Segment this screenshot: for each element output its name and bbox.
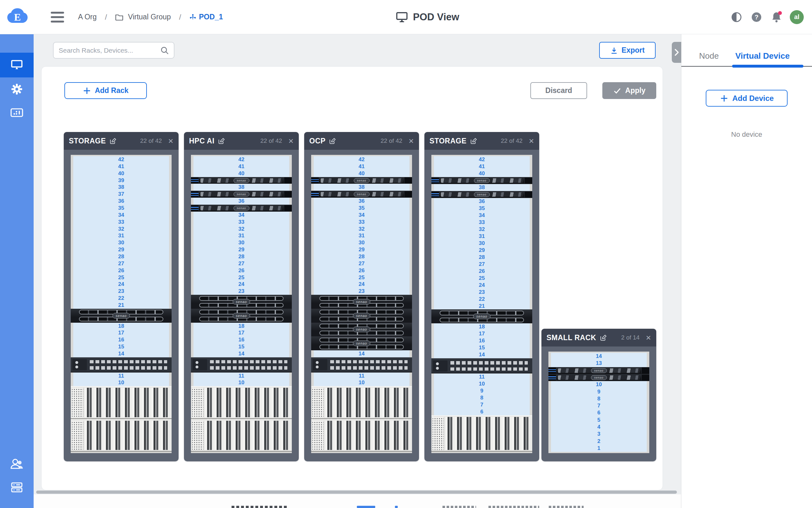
unit-slot-36[interactable]: 36 [73,198,169,205]
avatar[interactable]: al [790,10,804,24]
add-device-button[interactable]: Add Device [706,90,787,107]
unit-slot-15[interactable]: 15 [193,343,289,350]
unit-slot-40[interactable]: 40 [434,170,530,177]
unit-slot-14[interactable]: 14 [73,350,169,357]
device-server1u[interactable]: senao [548,367,649,374]
unit-slot-27[interactable]: 27 [73,260,169,267]
unit-slot-16[interactable]: 16 [73,336,169,343]
unit-slot-1[interactable]: 1 [551,445,647,452]
unit-slot-24[interactable]: 24 [314,281,409,288]
device-storage2u[interactable]: senao [311,295,412,309]
unit-slot-7[interactable]: 7 [551,403,647,409]
unit-slot-34[interactable]: 34 [434,212,530,219]
unit-slot-23[interactable]: 23 [73,288,169,295]
export-button[interactable]: Export [599,42,656,59]
help-icon[interactable]: ? [750,10,763,24]
breadcrumb-group[interactable]: Virtual Group [128,13,171,21]
unit-slot-28[interactable]: 28 [314,253,409,260]
unit-slot-27[interactable]: 27 [434,261,530,268]
unit-slot-30[interactable]: 30 [434,240,530,247]
notifications-bell-icon[interactable] [770,10,783,24]
unit-slot-8[interactable]: 8 [434,394,530,401]
unit-slot-30[interactable]: 30 [193,239,289,246]
unit-slot-9[interactable]: 9 [434,387,530,394]
device-storage2u[interactable]: senao [311,323,412,337]
theme-contrast-icon[interactable] [730,10,743,24]
unit-slot-11[interactable]: 11 [193,373,289,380]
unit-slot-15[interactable]: 15 [73,343,169,350]
device-switch[interactable] [432,358,532,374]
unit-slot-10[interactable]: 10 [314,379,409,386]
unit-slot-9[interactable]: 9 [551,388,647,395]
unit-slot-33[interactable]: 33 [193,219,289,225]
unit-slot-30[interactable]: 30 [314,239,409,246]
unit-slot-41[interactable]: 41 [193,163,289,170]
unit-slot-27[interactable]: 27 [193,260,289,267]
device-chassis[interactable] [71,419,172,452]
unit-slot-32[interactable]: 32 [73,225,169,232]
unit-slot-26[interactable]: 26 [73,267,169,274]
unit-slot-14[interactable]: 14 [314,350,409,357]
unit-slot-39[interactable]: 39 [73,177,169,184]
unit-slot-31[interactable]: 31 [314,232,409,239]
device-storage2u[interactable]: senao [311,336,412,350]
unit-slot-37[interactable]: 37 [73,191,169,198]
unit-slot-27[interactable]: 27 [314,260,409,267]
unit-slot-23[interactable]: 23 [193,288,289,295]
unit-slot-11[interactable]: 11 [434,374,530,380]
unit-slot-10[interactable]: 10 [551,381,647,388]
breadcrumb-pod[interactable]: POD_1 [189,13,223,21]
unit-slot-18[interactable]: 18 [73,323,169,330]
unit-slot-36[interactable]: 36 [314,198,409,205]
unit-slot-10[interactable]: 10 [193,379,289,386]
unit-slot-14[interactable]: 14 [434,351,530,358]
sidebar-item-pod-view[interactable] [0,53,34,77]
unit-slot-17[interactable]: 17 [434,330,530,337]
unit-slot-21[interactable]: 21 [434,303,530,310]
unit-slot-26[interactable]: 26 [434,268,530,275]
tab-virtual-device[interactable]: Virtual Device [735,51,790,61]
unit-slot-29[interactable]: 29 [193,246,289,253]
unit-slot-40[interactable]: 40 [73,170,169,177]
unit-slot-35[interactable]: 35 [314,205,409,212]
close-rack-icon[interactable]: ✕ [288,138,294,144]
unit-slot-42[interactable]: 42 [193,156,289,163]
device-storage2u[interactable]: senao [71,309,172,323]
unit-slot-33[interactable]: 33 [73,219,169,225]
unit-slot-14[interactable]: 14 [551,353,647,360]
unit-slot-42[interactable]: 42 [73,156,169,163]
unit-slot-8[interactable]: 8 [551,395,647,403]
device-chassis[interactable] [71,386,172,419]
unit-slot-28[interactable]: 28 [434,254,530,261]
unit-slot-11[interactable]: 11 [73,373,169,380]
unit-slot-23[interactable]: 23 [434,289,530,296]
device-server1u[interactable]: senao [311,177,412,184]
app-logo-icon[interactable]: E [7,8,28,27]
unit-slot-38[interactable]: 38 [434,184,530,191]
unit-slot-32[interactable]: 32 [193,225,289,232]
edit-rack-icon[interactable] [329,138,335,144]
device-chassis[interactable] [311,419,412,452]
unit-slot-42[interactable]: 42 [434,156,530,163]
unit-slot-16[interactable]: 16 [434,337,530,344]
unit-slot-25[interactable]: 25 [193,274,289,281]
close-rack-icon[interactable]: ✕ [529,138,534,144]
unit-slot-10[interactable]: 10 [434,380,530,387]
device-chassis[interactable] [432,415,532,452]
device-switch[interactable] [71,357,172,373]
unit-slot-24[interactable]: 24 [434,282,530,289]
search-icon[interactable] [161,46,169,54]
unit-slot-25[interactable]: 25 [314,274,409,281]
horizontal-scrollbar[interactable] [36,491,677,494]
unit-slot-36[interactable]: 36 [193,198,289,205]
unit-slot-38[interactable]: 38 [73,184,169,191]
unit-slot-25[interactable]: 25 [434,275,530,282]
close-rack-icon[interactable]: ✕ [645,334,651,341]
edit-rack-icon[interactable] [109,138,116,144]
device-server1u[interactable]: senao [432,177,532,184]
unit-slot-34[interactable]: 34 [193,212,289,219]
unit-slot-21[interactable]: 21 [73,302,169,309]
unit-slot-22[interactable]: 22 [73,295,169,302]
unit-slot-31[interactable]: 31 [73,232,169,239]
device-server1u[interactable]: senao [191,177,292,184]
